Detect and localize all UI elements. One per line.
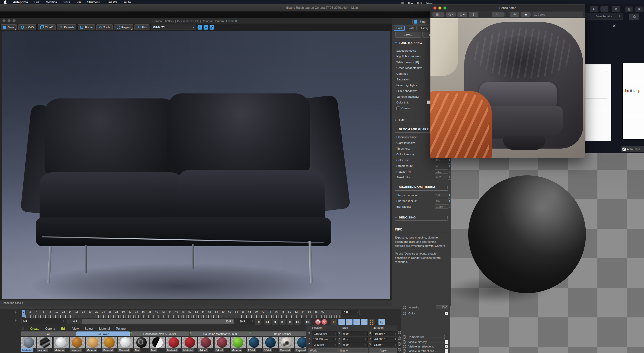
menubar-item-aiuto[interactable]: Aiuto bbox=[121, 1, 134, 4]
stepper-icon[interactable]: ▲▼ bbox=[395, 343, 397, 346]
material-label[interactable]: A3def bbox=[247, 348, 256, 352]
matmenu-select[interactable]: Select bbox=[85, 327, 93, 330]
timeline-ruler[interactable]: 0246810121416182022242628303234363840424… bbox=[21, 309, 341, 318]
material-swatch[interactable] bbox=[279, 337, 294, 348]
stepper-icon[interactable]: ▲▼ bbox=[63, 320, 65, 323]
hamburger-icon[interactable]: ☰ bbox=[308, 326, 310, 330]
coord-field[interactable]: 160.932 cm▲▼ bbox=[312, 337, 338, 341]
coord-field[interactable]: 0 cm▲▼ bbox=[342, 337, 368, 341]
layer-tab-fischbacher-vox-2763-321[interactable]: Fischbacher Vox 2763-321 bbox=[130, 331, 189, 336]
section-denoising[interactable]: ►DENOISING bbox=[395, 215, 451, 220]
apply-button[interactable]: Apply bbox=[369, 348, 397, 353]
param-field[interactable]: 15.0 bbox=[435, 169, 448, 174]
material-label[interactable]: Mat bbox=[150, 348, 156, 352]
frame-number-field[interactable]: 0 F ▲▼ bbox=[342, 310, 360, 315]
zoom-in-icon[interactable]: + bbox=[457, 12, 467, 17]
keyframe-film-button[interactable]: ▤ bbox=[378, 319, 385, 325]
minimize-icon[interactable] bbox=[438, 7, 441, 10]
section-enable-checkbox[interactable] bbox=[444, 186, 448, 189]
collapse-triangle-icon[interactable]: ▼ bbox=[395, 42, 397, 44]
menubar-item-anteprima[interactable]: Anteprima bbox=[10, 1, 31, 4]
material-swatch[interactable] bbox=[182, 337, 197, 348]
vfb-header[interactable]: Corona 5 hotfix 2 | 1536×987px (1:1) | C… bbox=[0, 18, 392, 24]
preview-traffic-lights[interactable] bbox=[433, 7, 448, 10]
coord-field[interactable]: -3.43 cm▲▼ bbox=[312, 342, 338, 347]
material-preview-sphere[interactable] bbox=[468, 175, 586, 293]
matmenu-edit[interactable]: Edit bbox=[61, 327, 66, 330]
material-label[interactable]: Material bbox=[54, 348, 65, 352]
matmenu-texture[interactable]: Texture bbox=[116, 327, 126, 330]
zoom-fit-button[interactable]: ⤢ bbox=[210, 25, 214, 30]
material-swatch[interactable] bbox=[134, 337, 149, 348]
flag-icon[interactable]: ⚑ bbox=[635, 7, 643, 12]
search-field[interactable]: Cerca bbox=[532, 12, 583, 17]
material-label[interactable]: A4def bbox=[198, 348, 208, 352]
menubar-item-strumenti[interactable]: Strumenti bbox=[84, 1, 103, 4]
vfb-traffic-lights[interactable] bbox=[3, 19, 18, 23]
attribute-checkbox[interactable] bbox=[444, 335, 448, 339]
update-button[interactable]: Upd bbox=[635, 148, 640, 151]
stepper-icon[interactable]: ▲▼ bbox=[448, 198, 451, 203]
keyframe-selection-button[interactable]: ⟲ bbox=[321, 319, 327, 325]
material-label[interactable]: Material bbox=[21, 348, 33, 352]
auto-checkbox[interactable]: ✓ bbox=[622, 148, 626, 151]
attribute-checkbox[interactable]: ✓ bbox=[445, 349, 448, 353]
collapse-triangle-icon[interactable]: ▼ bbox=[395, 128, 397, 131]
current-frame-field[interactable]: 0 F ▲▼ bbox=[21, 319, 65, 324]
coord-field[interactable]: 1.579 °▲▼ bbox=[372, 342, 397, 347]
to-c4d-button[interactable]: > C4D bbox=[18, 24, 36, 30]
stepper-icon[interactable]: ▲▼ bbox=[252, 320, 254, 323]
coord-field[interactable]: 0 cm▲▼ bbox=[342, 331, 368, 336]
printer-icon[interactable]: ⎙ bbox=[625, 7, 633, 12]
material-swatch[interactable] bbox=[263, 337, 278, 348]
attribute-value-field[interactable]: 3000 bbox=[436, 305, 448, 309]
record-pla-button[interactable] bbox=[368, 319, 375, 325]
matmenu-material[interactable]: Material bbox=[99, 327, 110, 330]
keyframe-dot-icon[interactable] bbox=[403, 306, 406, 309]
maximize-icon[interactable] bbox=[443, 7, 446, 10]
maximize-icon[interactable] bbox=[13, 19, 16, 22]
stepper-icon[interactable]: ▲▼ bbox=[335, 338, 337, 340]
material-swatch[interactable] bbox=[118, 337, 133, 348]
autokey-record-button[interactable] bbox=[315, 319, 321, 325]
material-swatch[interactable] bbox=[86, 337, 101, 348]
highlight-icon[interactable]: ◉ bbox=[521, 12, 531, 17]
render-pass-dropdown[interactable]: BEAUTY▼ bbox=[151, 25, 196, 30]
record-rotation-button[interactable]: ⟳ bbox=[353, 319, 360, 325]
next-key-button[interactable]: ▶| bbox=[294, 319, 301, 325]
attribute-checkbox[interactable]: ✓ bbox=[445, 312, 448, 315]
menubar-item-file[interactable]: File bbox=[31, 1, 42, 4]
markup-pen-icon[interactable]: ✎ ⌄ bbox=[492, 12, 505, 17]
next-frame-button[interactable]: |▶ bbox=[287, 319, 293, 325]
sidebar-toggle-icon[interactable]: ▥ ⌄ bbox=[432, 12, 444, 17]
tab-history[interactable]: History bbox=[417, 26, 431, 30]
material-label[interactable]: Material bbox=[102, 348, 114, 352]
stepper-icon[interactable]: ▲▼ bbox=[395, 332, 397, 335]
keying-settings-button[interactable]: ⚙ bbox=[331, 319, 338, 325]
printer-icon[interactable]: ⎙ bbox=[629, 14, 639, 20]
record-scale-button[interactable]: ◧ bbox=[346, 319, 353, 325]
material-label[interactable]: Mat bbox=[134, 348, 140, 352]
region-button[interactable]: Region bbox=[114, 24, 133, 30]
material-label[interactable]: B3def bbox=[263, 348, 272, 352]
keyframe-dot-icon[interactable] bbox=[403, 349, 406, 353]
material-swatch[interactable] bbox=[215, 337, 230, 348]
collapse-triangle-icon[interactable]: ▼ bbox=[395, 186, 397, 189]
close-icon[interactable]: ✕ bbox=[612, 23, 616, 29]
copy-button[interactable]: Ctrl+C bbox=[38, 24, 56, 30]
material-label[interactable]: acciaio bbox=[37, 348, 48, 352]
material-label[interactable]: Material bbox=[118, 348, 130, 352]
keyframe-dot-icon[interactable] bbox=[403, 312, 406, 315]
share-icon[interactable]: ⇧ bbox=[469, 12, 478, 17]
erase-button[interactable]: ✕Erase bbox=[78, 24, 95, 30]
save-settings-button[interactable]: Save... bbox=[395, 32, 421, 38]
menubar-item-vai[interactable]: Vai bbox=[73, 1, 84, 4]
material-swatch[interactable] bbox=[102, 337, 117, 348]
armchair-photo[interactable] bbox=[430, 18, 585, 158]
record-parameter-button[interactable]: Ⓟ bbox=[361, 319, 368, 325]
material-label[interactable]: Material bbox=[86, 348, 97, 352]
jump-end-button[interactable]: ▶| bbox=[304, 319, 311, 325]
material-label[interactable]: Material bbox=[182, 348, 194, 352]
end-frame-field[interactable]: 90 F ▲▼ bbox=[238, 319, 254, 324]
add-tab-button[interactable]: + bbox=[618, 14, 620, 18]
